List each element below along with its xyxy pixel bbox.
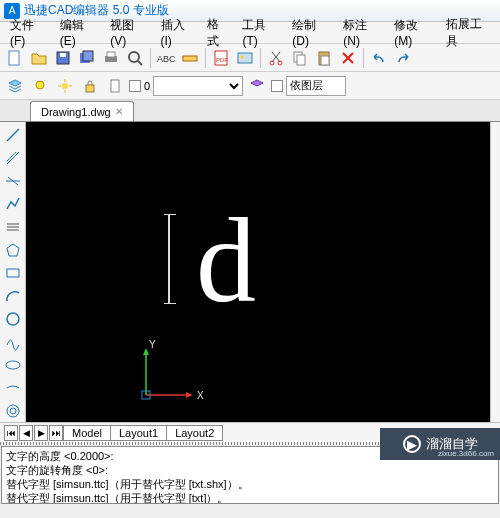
svg-rect-28 — [111, 80, 119, 92]
text-cursor — [168, 214, 170, 304]
lock-icon[interactable] — [79, 75, 101, 97]
svg-rect-4 — [83, 51, 93, 61]
nav-first[interactable]: ⏮ — [4, 425, 18, 441]
open-button[interactable] — [28, 47, 50, 69]
tab-model[interactable]: Model — [63, 425, 111, 441]
spline-tool[interactable] — [2, 331, 24, 353]
polygon-tool[interactable] — [2, 239, 24, 261]
svg-rect-10 — [183, 56, 197, 61]
svg-line-29 — [7, 129, 19, 141]
bulb-icon[interactable] — [29, 75, 51, 97]
ruler-button[interactable] — [179, 47, 201, 69]
document-tabs: Drawing1.dwg ✕ — [0, 100, 500, 122]
menu-bar: 文件(F) 编辑(E) 视图(V) 插入(I) 格式 工具(T) 绘制(D) 标… — [0, 22, 500, 44]
drawing-canvas[interactable]: d X Y — [26, 122, 490, 422]
tab-label: Drawing1.dwg — [41, 106, 111, 118]
cmd-line-4: 替代字型 [simsun.ttc]（用于替代字型 [txt]）。 — [6, 491, 494, 504]
svg-point-36 — [7, 313, 19, 325]
tab-layout1[interactable]: Layout1 — [110, 425, 167, 441]
nav-last[interactable]: ⏭ — [49, 425, 63, 441]
donut-tool[interactable] — [2, 400, 24, 422]
toolbar-layer: 0 依图层 — [0, 72, 500, 100]
image-button[interactable] — [234, 47, 256, 69]
close-icon[interactable]: ✕ — [115, 106, 123, 117]
right-gutter — [490, 122, 500, 422]
svg-point-22 — [62, 83, 68, 89]
layers-icon[interactable] — [4, 75, 26, 97]
menu-dimension[interactable]: 标注(N) — [337, 15, 386, 50]
svg-point-7 — [129, 52, 139, 62]
cmd-line-3: 替代字型 [simsun.ttc]（用于替代字型 [txt.shx]）。 — [6, 477, 494, 491]
ellipse-tool[interactable] — [2, 354, 24, 376]
svg-marker-34 — [7, 244, 19, 256]
tab-layout2[interactable]: Layout2 — [166, 425, 223, 441]
watermark: ▶ 溜溜自学 zixue.3d66.com — [380, 428, 500, 460]
cmd-line-2: 文字的旋转角度 <0>: — [6, 463, 494, 477]
pdf-button[interactable]: PDF — [210, 47, 232, 69]
line-tool[interactable] — [2, 124, 24, 146]
watermark-url: zixue.3d66.com — [438, 449, 494, 458]
multiline-tool[interactable] — [2, 216, 24, 238]
nav-prev[interactable]: ◀ — [19, 425, 33, 441]
menu-format[interactable]: 格式 — [201, 14, 235, 52]
svg-text:ABC: ABC — [157, 54, 175, 64]
ray-tool[interactable] — [2, 147, 24, 169]
svg-line-8 — [138, 61, 142, 65]
svg-rect-20 — [321, 56, 329, 65]
menu-extend[interactable]: 拓展工具 — [440, 14, 496, 52]
polyline-tool[interactable] — [2, 193, 24, 215]
svg-rect-6 — [107, 52, 115, 57]
layer-dropdown[interactable] — [153, 76, 243, 96]
drawn-text: d — [196, 192, 256, 330]
svg-rect-2 — [60, 53, 66, 57]
color-swatch[interactable] — [129, 80, 141, 92]
svg-point-37 — [6, 361, 20, 369]
xline-tool[interactable] — [2, 170, 24, 192]
cut-button[interactable] — [265, 47, 287, 69]
svg-point-14 — [241, 55, 244, 58]
menu-insert[interactable]: 插入(I) — [155, 15, 199, 50]
abc-button[interactable]: ABC — [155, 47, 177, 69]
new-button[interactable] — [4, 47, 26, 69]
menu-edit[interactable]: 编辑(E) — [54, 15, 102, 50]
svg-text:Y: Y — [149, 340, 156, 350]
paste-button[interactable] — [313, 47, 335, 69]
svg-rect-18 — [297, 55, 305, 65]
sun-icon[interactable] — [54, 75, 76, 97]
save-button[interactable] — [52, 47, 74, 69]
rect-tool[interactable] — [2, 262, 24, 284]
undo-button[interactable] — [368, 47, 390, 69]
copy-button[interactable] — [289, 47, 311, 69]
draw-toolbar — [0, 122, 26, 422]
svg-rect-13 — [238, 53, 252, 63]
menu-tools[interactable]: 工具(T) — [236, 15, 284, 50]
doc-tab[interactable]: Drawing1.dwg ✕ — [30, 101, 134, 121]
ucs-icon: X Y — [131, 340, 211, 410]
circle-tool[interactable] — [2, 308, 24, 330]
bylayer-dropdown[interactable]: 依图层 — [286, 76, 346, 96]
play-icon: ▶ — [403, 435, 421, 453]
arc-tool[interactable] — [2, 285, 24, 307]
svg-rect-35 — [7, 269, 19, 277]
svg-point-39 — [10, 408, 16, 414]
menu-file[interactable]: 文件(F) — [4, 15, 52, 50]
ellipse-arc-tool[interactable] — [2, 377, 24, 399]
layer-tool-icon[interactable] — [246, 75, 268, 97]
print-button[interactable] — [100, 47, 122, 69]
delete-button[interactable] — [337, 47, 359, 69]
svg-point-21 — [36, 81, 44, 89]
redo-button[interactable] — [392, 47, 414, 69]
svg-rect-27 — [86, 85, 94, 92]
saveall-button[interactable] — [76, 47, 98, 69]
preview-button[interactable] — [124, 47, 146, 69]
menu-draw[interactable]: 绘制(D) — [286, 15, 335, 50]
svg-point-38 — [7, 405, 19, 417]
svg-marker-41 — [186, 392, 193, 398]
color-swatch-2[interactable] — [271, 80, 283, 92]
doc-icon[interactable] — [104, 75, 126, 97]
svg-text:X: X — [197, 390, 204, 401]
svg-text:PDF: PDF — [216, 57, 228, 63]
menu-view[interactable]: 视图(V) — [104, 15, 152, 50]
menu-modify[interactable]: 修改(M) — [388, 15, 438, 50]
nav-next[interactable]: ▶ — [34, 425, 48, 441]
